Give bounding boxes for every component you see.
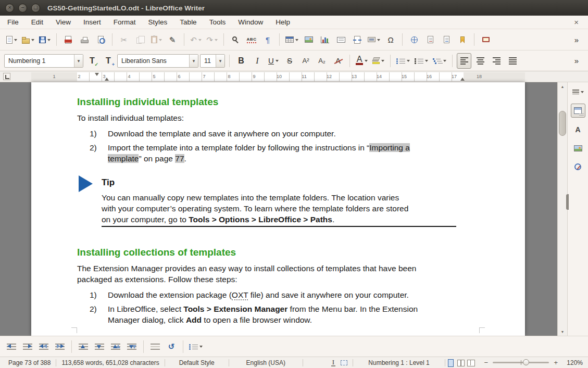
find-replace-button[interactable]: [228, 32, 243, 47]
scroll-up-button[interactable]: ▲: [558, 82, 567, 91]
insert-textbox-button[interactable]: [334, 32, 348, 47]
export-pdf-button[interactable]: [61, 32, 76, 47]
book-view-button[interactable]: [467, 359, 474, 366]
bold-button[interactable]: B: [234, 53, 248, 69]
superscript-button[interactable]: A²: [298, 53, 313, 69]
menu-edit[interactable]: Edit: [31, 18, 43, 26]
zoom-slider[interactable]: [493, 362, 549, 363]
window-minimize-button[interactable]: −: [18, 4, 27, 12]
insert-image-button[interactable]: [302, 32, 316, 47]
move-down-with-subpoints-button[interactable]: [124, 339, 139, 354]
ruler-strip[interactable]: 1 2 3 4 5 6 7 8 9 10 11 12 13 14 15 16 1…: [31, 72, 525, 81]
menu-file[interactable]: File: [7, 18, 19, 26]
menu-table[interactable]: Table: [180, 18, 196, 26]
menu-help[interactable]: Help: [276, 18, 290, 26]
insert-chart-button[interactable]: [318, 32, 332, 47]
insert-hyperlink-button[interactable]: [407, 32, 421, 47]
page-style-selector[interactable]: Default Style: [165, 359, 229, 366]
move-down-button[interactable]: [92, 339, 107, 354]
paragraph-style-dropdown-icon[interactable]: ▾: [74, 55, 83, 67]
restart-numbering-button[interactable]: ↺: [164, 339, 179, 354]
selection-mode-icon[interactable]: [341, 360, 347, 365]
scrollbar-thumb[interactable]: [559, 111, 566, 136]
undo-button[interactable]: ↶: [189, 32, 203, 47]
vertical-scrollbar[interactable]: ▲ ▼: [557, 82, 567, 336]
word-count[interactable]: 113,658 words, 651,028 characters: [56, 359, 164, 366]
horizontal-ruler[interactable]: 1 2 3 4 5 6 7 8 9 10 11 12 13 14 15 16 1…: [0, 71, 588, 82]
page-count[interactable]: Page 73 of 388: [3, 359, 56, 366]
outline-level-indicator[interactable]: Numbering 1 : Level 1: [353, 359, 445, 366]
font-name-dropdown-icon[interactable]: ▾: [189, 55, 198, 67]
close-document-button[interactable]: ×: [572, 18, 581, 27]
highlight-color-button[interactable]: [371, 53, 386, 69]
zoom-out-button[interactable]: −: [483, 359, 489, 366]
insert-unnumbered-entry-button[interactable]: [148, 339, 162, 354]
align-right-button[interactable]: [489, 53, 504, 69]
first-line-indent-marker[interactable]: [95, 73, 99, 78]
sidebar-grip[interactable]: [566, 194, 569, 210]
move-up-with-subpoints-button[interactable]: [108, 339, 123, 354]
numbering-button[interactable]: [413, 53, 430, 69]
paste-button[interactable]: [149, 32, 164, 47]
text-language-selector[interactable]: English (USA): [229, 359, 303, 366]
left-indent-marker[interactable]: [105, 75, 109, 81]
underline-button[interactable]: U: [266, 53, 281, 69]
bullets-numbering-dialog-button[interactable]: [187, 339, 204, 354]
window-close-button[interactable]: ×: [5, 4, 14, 12]
italic-button[interactable]: I: [250, 53, 265, 69]
titlebar[interactable]: × − □ GS50-GettingStartedLO.odt - LibreO…: [0, 0, 588, 16]
new-document-button[interactable]: [4, 32, 19, 47]
sidebar-tab-navigator[interactable]: [571, 160, 585, 174]
page-number-field[interactable]: 77: [175, 154, 184, 163]
outline-list-button[interactable]: [431, 53, 448, 69]
redo-button[interactable]: ↷: [205, 32, 219, 47]
promote-with-subpoints-button[interactable]: [36, 339, 51, 354]
menu-view[interactable]: View: [56, 18, 71, 26]
sidebar-tab-properties[interactable]: [571, 104, 585, 118]
toolbar-overflow-button[interactable]: »: [569, 53, 584, 69]
print-preview-button[interactable]: [93, 32, 108, 47]
cross-reference-field[interactable]: Importing a: [369, 143, 410, 152]
menu-window[interactable]: Window: [238, 18, 263, 26]
document-content[interactable]: Installing individual templates To insta…: [31, 82, 525, 325]
menu-styles[interactable]: Styles: [148, 18, 168, 26]
cut-button[interactable]: ✂: [117, 32, 131, 47]
sidebar-tab-styles[interactable]: A: [571, 122, 585, 136]
insert-pagebreak-button[interactable]: [350, 32, 365, 47]
formatting-marks-button[interactable]: ¶: [260, 32, 275, 47]
demote-outline-level-button[interactable]: [20, 339, 35, 354]
font-name-combo[interactable]: Liberation Sans ▾: [117, 54, 198, 68]
new-style-button[interactable]: T+: [101, 53, 116, 69]
zoom-in-button[interactable]: +: [553, 359, 559, 366]
paragraph-style-combo[interactable]: Numbering 1 ▾: [4, 54, 83, 68]
subscript-button[interactable]: A₂: [315, 53, 329, 69]
clone-formatting-button[interactable]: ✎: [165, 32, 180, 47]
clear-formatting-button[interactable]: A: [331, 53, 345, 69]
promote-outline-level-button[interactable]: [4, 339, 19, 354]
font-color-button[interactable]: A: [354, 53, 369, 69]
single-page-view-button[interactable]: [447, 359, 454, 366]
document-page[interactable]: Installing individual templates To insta…: [31, 82, 525, 336]
font-size-dropdown-icon[interactable]: ▾: [216, 55, 224, 67]
insert-bookmark-button[interactable]: [455, 32, 470, 47]
copy-button[interactable]: [133, 32, 147, 47]
align-left-button[interactable]: [457, 53, 471, 69]
right-indent-marker[interactable]: [460, 75, 465, 81]
open-button[interactable]: [20, 32, 36, 47]
multi-page-view-button[interactable]: [457, 359, 464, 366]
demote-with-subpoints-button[interactable]: [53, 339, 67, 354]
menu-tools[interactable]: Tools: [209, 18, 226, 26]
zoom-percentage[interactable]: 120%: [563, 359, 585, 366]
move-up-button[interactable]: [76, 339, 91, 354]
tab-stop-selector[interactable]: [3, 73, 10, 80]
insert-table-button[interactable]: [284, 32, 300, 47]
bullets-button[interactable]: [395, 53, 411, 69]
menu-insert[interactable]: Insert: [83, 18, 101, 26]
insert-comment-button[interactable]: [479, 32, 493, 47]
strikethrough-button[interactable]: S: [282, 53, 297, 69]
spelling-button[interactable]: ABC: [244, 32, 259, 47]
special-character-button[interactable]: Ω: [383, 32, 398, 47]
print-button[interactable]: [77, 32, 92, 47]
cross-reference-field[interactable]: template: [108, 154, 139, 163]
sidebar-tab-gallery[interactable]: [571, 141, 585, 155]
